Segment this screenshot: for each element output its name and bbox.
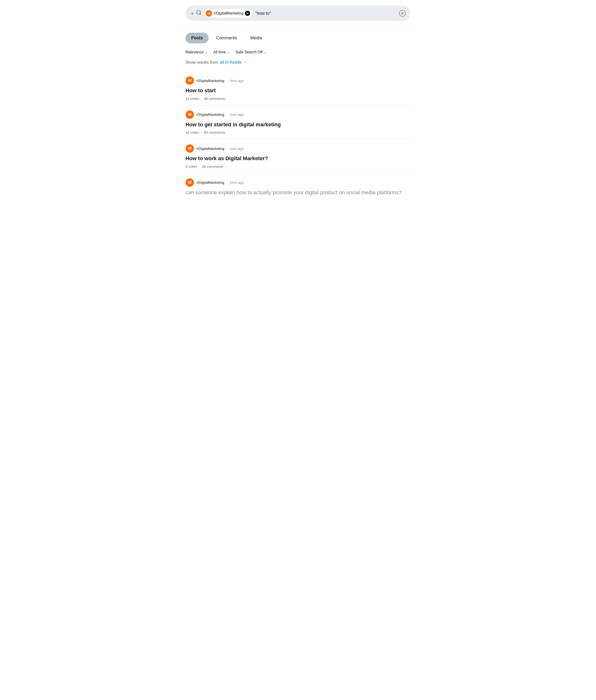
subreddit-name: r/DigitalMarketing (214, 11, 243, 16)
post-title: How to work as Digital Marketer? (185, 155, 411, 162)
filter-safesearch-label: Safe Search Off (235, 50, 263, 54)
post-stats: 42 votes · 60 comments (185, 130, 411, 134)
stats-dot: · (199, 165, 200, 169)
post-comments: 38 comments (202, 165, 223, 169)
show-results-link[interactable]: all of Reddit (220, 60, 241, 65)
avatar: M (185, 110, 194, 119)
post-separator: · (227, 181, 228, 184)
post-title: How to get started in digital marketing (185, 121, 411, 128)
post-meta: M r/DigitalMarketing · 5mo ago (185, 178, 411, 187)
avatar: M (185, 178, 194, 187)
filter-alltime[interactable]: All time ⌄ (214, 50, 230, 54)
post-meta: M r/DigitalMarketing · 1mo ago (185, 144, 411, 153)
chevron-down-icon: ⌄ (205, 51, 208, 54)
post-subreddit: r/DigitalMarketing (196, 147, 224, 151)
search-bar-container: ⚬ M r/DigitalMarketing ✕ "how to" (179, 0, 417, 26)
post-separator: · (227, 147, 228, 150)
tab-comments[interactable]: Comments (210, 33, 243, 43)
tabs-container: Posts Comments Media (185, 33, 411, 43)
post-item[interactable]: M r/DigitalMarketing · 5mo ago can someo… (185, 174, 411, 203)
filters-container: Relevance ⌄ All time ⌄ Safe Search Off ⌄ (185, 50, 411, 54)
search-bar: ⚬ M r/DigitalMarketing ✕ "how to" (185, 6, 411, 21)
stats-dot: · (201, 97, 202, 101)
chevron-down-icon: ⌄ (227, 51, 230, 54)
posts-list: M r/DigitalMarketing · 3mo ago How to st… (185, 72, 411, 203)
post-time: 3mo ago (230, 79, 244, 83)
stats-dot: · (201, 130, 202, 134)
post-meta: M r/DigitalMarketing · 4mo ago (185, 110, 411, 119)
post-comments: 46 comments (204, 97, 225, 101)
post-comments: 60 comments (204, 130, 225, 134)
post-time: 1mo ago (230, 147, 244, 151)
svg-line-1 (200, 14, 201, 15)
show-results-arrow: → (243, 60, 247, 65)
post-time: 5mo ago (230, 180, 244, 184)
main-content: Posts Comments Media Relevance ⌄ All tim… (179, 26, 417, 203)
post-item[interactable]: M r/DigitalMarketing · 1mo ago How to wo… (185, 140, 411, 174)
filter-alltime-label: All time (214, 50, 226, 54)
filter-relevance-label: Relevance (185, 50, 204, 54)
show-results-prefix: Show results from (185, 60, 218, 65)
pill-close-button[interactable]: ✕ (245, 11, 250, 16)
chevron-down-icon: ⌄ (264, 51, 267, 54)
post-title: can someone explain how to actually prom… (185, 189, 411, 196)
tab-posts[interactable]: Posts (185, 33, 208, 43)
post-votes: 11 votes (185, 97, 199, 101)
post-subreddit: r/DigitalMarketing (196, 112, 224, 117)
post-item[interactable]: M r/DigitalMarketing · 3mo ago How to st… (185, 72, 411, 106)
search-icon: ⚬ (190, 10, 202, 17)
filter-safesearch[interactable]: Safe Search Off ⌄ (235, 50, 267, 54)
post-title: How to start (185, 87, 411, 94)
filter-relevance[interactable]: Relevance ⌄ (185, 50, 208, 54)
post-stats: 11 votes · 46 comments (185, 97, 411, 101)
subreddit-pill[interactable]: M r/DigitalMarketing ✕ (204, 9, 252, 18)
post-separator: · (227, 113, 228, 116)
post-time: 4mo ago (230, 112, 244, 117)
post-votes: 9 votes (185, 165, 197, 169)
subreddit-avatar: M (205, 10, 212, 17)
post-subreddit: r/DigitalMarketing (196, 79, 224, 83)
show-results-bar: Show results from all of Reddit → (185, 60, 411, 65)
post-item[interactable]: M r/DigitalMarketing · 4mo ago How to ge… (185, 106, 411, 140)
avatar: M (185, 76, 194, 85)
post-subreddit: r/DigitalMarketing (196, 180, 224, 184)
post-meta: M r/DigitalMarketing · 3mo ago (185, 76, 411, 85)
search-query: "how to" (255, 11, 396, 16)
avatar: M (185, 144, 194, 153)
post-separator: · (227, 79, 228, 82)
search-clear-button[interactable] (399, 10, 406, 17)
tab-media[interactable]: Media (245, 33, 268, 43)
post-votes: 42 votes (185, 130, 199, 134)
post-stats: 9 votes · 38 comments (185, 165, 411, 169)
